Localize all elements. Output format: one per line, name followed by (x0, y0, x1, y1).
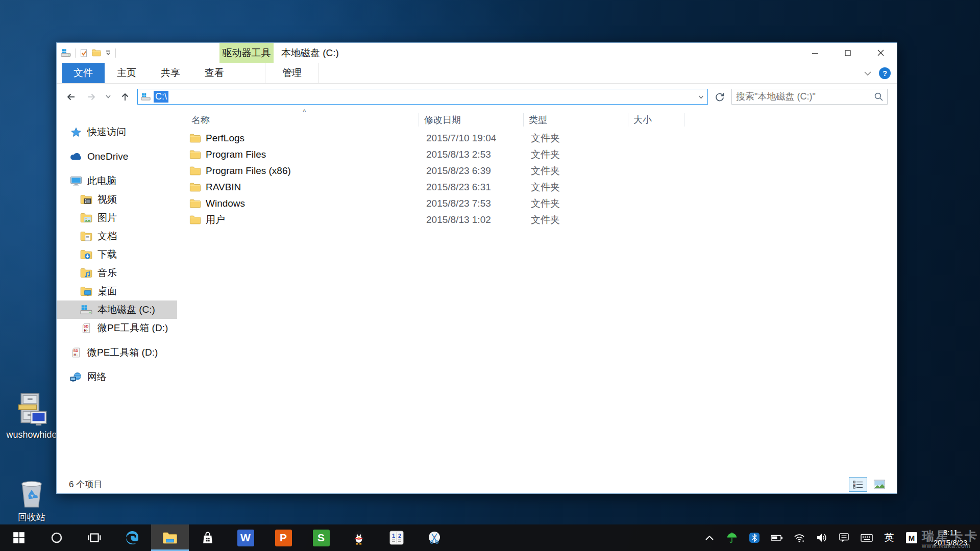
large-icons-view-button[interactable] (870, 477, 889, 492)
touch-keyboard-tray-button[interactable] (855, 524, 878, 551)
forward-button[interactable] (83, 89, 100, 105)
tab-file[interactable]: 文件 (62, 63, 105, 83)
address-text-selected[interactable]: C:\ (154, 91, 168, 103)
desktop-icon-recycle-bin[interactable]: 回收站 (0, 478, 63, 523)
network-icon (70, 372, 82, 382)
tab-manage[interactable]: 管理 (265, 63, 319, 83)
qq-penguin-icon (352, 530, 366, 545)
chevron-up-icon (705, 535, 714, 541)
sidebar-item-local-disk-c[interactable]: 本地磁盘 (C:) (57, 300, 177, 319)
minimize-button[interactable] (799, 43, 831, 63)
drive-icon (141, 93, 151, 101)
properties-check-icon[interactable] (80, 49, 88, 57)
recycle-bin-icon (17, 478, 46, 509)
column-header-type[interactable]: 类型 (524, 113, 628, 127)
tray-expand-button[interactable] (698, 524, 721, 551)
sidebar-item-quick-access[interactable]: 快速访问 (57, 123, 177, 141)
file-name: PerfLogs (206, 133, 244, 144)
details-view-button[interactable] (849, 477, 867, 492)
maximize-button[interactable] (831, 43, 864, 63)
wps-writer-button[interactable]: W (227, 524, 264, 551)
file-type: 文件夹 (524, 181, 628, 194)
wps-presentation-button[interactable]: P (264, 524, 302, 551)
snipping-tool-button[interactable] (415, 524, 453, 551)
search-box[interactable] (731, 89, 888, 105)
toolbar-separator (115, 48, 116, 58)
wifi-tray-button[interactable] (788, 524, 811, 551)
rising-antivirus-tray-button[interactable] (721, 524, 743, 551)
file-row[interactable]: Program Files (x86) 2015/8/23 6:39 文件夹 (189, 163, 897, 179)
up-button[interactable] (117, 89, 133, 105)
dictionary-button[interactable]: 1 2 (378, 524, 415, 551)
notification-tray-button[interactable] (833, 524, 855, 551)
file-explorer-button[interactable] (151, 524, 189, 551)
file-date: 2015/7/10 19:04 (419, 133, 524, 144)
sidebar-item-label: 本地磁盘 (C:) (97, 303, 155, 316)
message-icon (838, 532, 850, 544)
back-button[interactable] (63, 89, 79, 105)
file-row[interactable]: Program Files 2015/8/13 2:53 文件夹 (189, 146, 897, 163)
qq-button[interactable] (340, 524, 378, 551)
wps-spreadsheet-button[interactable]: S (302, 524, 340, 551)
search-input[interactable] (732, 91, 870, 102)
edge-browser-button[interactable] (113, 524, 151, 551)
desktop-icon-wushowhide[interactable]: wushowhide (0, 392, 63, 440)
file-type: 文件夹 (524, 197, 628, 210)
file-date: 2015/8/23 6:39 (419, 165, 524, 177)
refresh-button[interactable] (712, 89, 727, 105)
sidebar-item-downloads[interactable]: 下载 (57, 245, 177, 264)
taskbar-clock[interactable]: 8:11 2015/8/23 (923, 528, 978, 548)
battery-tray-button[interactable] (766, 524, 788, 551)
store-button[interactable] (189, 524, 227, 551)
bluetooth-tray-button[interactable] (743, 524, 766, 551)
svg-text:2: 2 (398, 533, 401, 539)
column-header-date-modified[interactable]: 修改日期 (419, 113, 524, 127)
file-row[interactable]: RAVBIN 2015/8/23 6:31 文件夹 (189, 179, 897, 195)
file-row[interactable]: PerfLogs 2015/7/10 19:04 文件夹 (189, 130, 897, 146)
ime-mode-indicator[interactable]: M (900, 524, 923, 551)
sidebar-item-desktop[interactable]: 桌面 (57, 282, 177, 300)
volume-tray-button[interactable] (811, 524, 833, 551)
sidebar-item-music[interactable]: 音乐 (57, 264, 177, 282)
taskbar: W P S 1 2 (0, 524, 980, 551)
tab-share[interactable]: 共享 (149, 63, 192, 83)
start-button[interactable] (0, 524, 38, 551)
sidebar-item-wepe-d[interactable]: SDH* 微PE工具箱 (D:) (57, 319, 177, 337)
sidebar-item-documents[interactable]: 文档 (57, 227, 177, 245)
sidebar-item-label: 微PE工具箱 (D:) (97, 321, 168, 335)
sidebar-item-pictures[interactable]: 图片 (57, 209, 177, 227)
file-date: 2015/8/23 7:53 (419, 198, 524, 209)
chevron-down-icon (105, 94, 111, 99)
file-row[interactable]: Windows 2015/8/23 7:53 文件夹 (189, 195, 897, 212)
address-dropdown-button[interactable] (698, 92, 704, 102)
sidebar-item-onedrive[interactable]: OneDrive (57, 147, 177, 166)
sidebar-item-videos[interactable]: 视频 (57, 190, 177, 209)
title-bar[interactable]: 驱动器工具 本地磁盘 (C:) (57, 43, 897, 63)
folder-icon (189, 183, 201, 192)
tab-home[interactable]: 主页 (105, 63, 149, 83)
sidebar-item-network[interactable]: 网络 (57, 368, 177, 386)
sidebar-item-this-pc[interactable]: 此电脑 (57, 172, 177, 190)
pictures-folder-icon (80, 213, 92, 223)
ime-language-indicator[interactable]: 英 (878, 524, 900, 551)
expand-ribbon-chevron-icon[interactable] (864, 71, 872, 76)
column-header-size[interactable]: 大小 (628, 113, 684, 127)
sidebar-item-wepe-d-root[interactable]: SDH* 微PE工具箱 (D:) (57, 343, 177, 362)
search-icon[interactable] (870, 92, 887, 102)
contextual-tab-drive-tools[interactable]: 驱动器工具 (219, 43, 274, 63)
sidebar-item-label: 快速访问 (87, 126, 126, 139)
sidebar-item-label: 网络 (87, 370, 107, 384)
new-folder-icon[interactable] (92, 49, 101, 57)
documents-folder-icon (80, 231, 92, 241)
sidebar-item-label: 桌面 (97, 285, 117, 298)
task-view-button[interactable] (76, 524, 113, 551)
recent-locations-button[interactable] (104, 89, 113, 105)
tab-view[interactable]: 查看 (192, 63, 236, 83)
address-bar[interactable]: C:\ (137, 89, 708, 105)
help-button[interactable]: ? (879, 67, 891, 79)
customize-toolbar-chevron-icon[interactable] (105, 51, 111, 56)
cortana-search-button[interactable] (38, 524, 76, 551)
file-explorer-window: 驱动器工具 本地磁盘 (C:) 文件 主页 共享 查看 管理 (56, 42, 897, 494)
file-row[interactable]: 用户 2015/8/13 1:02 文件夹 (189, 212, 897, 228)
close-button[interactable] (864, 43, 897, 63)
